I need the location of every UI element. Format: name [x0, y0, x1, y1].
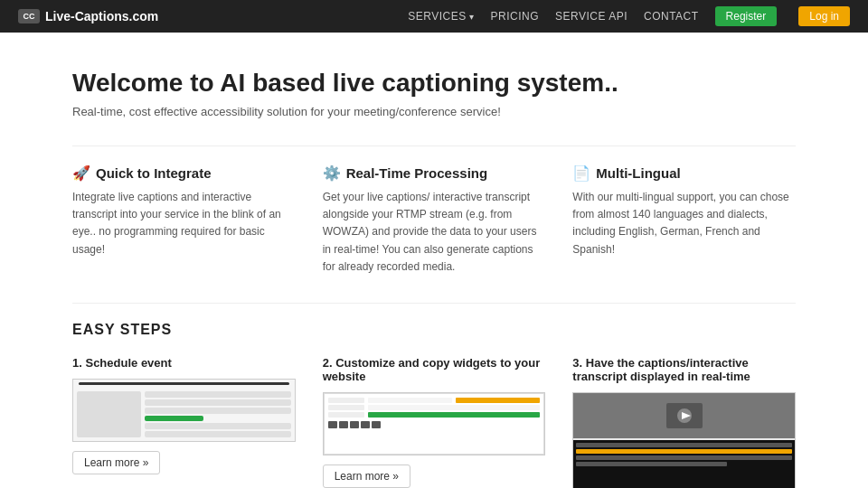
- schedule-screenshot: [73, 380, 295, 441]
- gear-icon: ⚙️: [323, 164, 341, 182]
- feature-2-title: ⚙️ Real-Time Processing: [323, 164, 546, 182]
- register-button[interactable]: Register: [715, 6, 778, 26]
- feature-2-desc: Get your live captions/ interactive tran…: [323, 189, 546, 276]
- step-3-title: 3. Have the captions/interactive transcr…: [572, 356, 796, 383]
- hero-section: Welcome to AI based live captioning syst…: [0, 33, 868, 145]
- step-3-image: [572, 392, 796, 488]
- feature-1-title: 🚀 Quick to Integrate: [72, 164, 296, 182]
- nav-service-api[interactable]: SERVICE API: [555, 10, 627, 23]
- step-1-title: 1. Schedule event: [72, 356, 296, 370]
- nav-services[interactable]: SERVICES: [408, 10, 474, 23]
- feature-realtime: ⚙️ Real-Time Processing Get your live ca…: [323, 164, 546, 276]
- feature-multilingual: 📄 Multi-Lingual With our multi-lingual s…: [572, 164, 796, 276]
- logo-icon: CC: [18, 9, 40, 23]
- transcript-screenshot: [573, 440, 795, 488]
- step-2: 2. Customize and copy widgets to your we…: [323, 356, 546, 488]
- steps-row: 1. Schedule event Learn more »: [72, 356, 796, 488]
- easy-steps-section: EASY STEPS 1. Schedule event: [0, 304, 868, 488]
- document-icon: 📄: [572, 164, 590, 182]
- nav-contact[interactable]: CONTACT: [644, 10, 699, 23]
- hero-subtitle: Real-time, cost effective accessibility …: [72, 105, 796, 118]
- login-button[interactable]: Log in: [798, 6, 850, 26]
- nav-menu: SERVICES PRICING SERVICE API CONTACT Reg…: [408, 6, 850, 26]
- easy-steps-heading: EASY STEPS: [72, 322, 796, 338]
- widget-screenshot: [324, 393, 545, 455]
- brand-name: Live-Captions.com: [45, 9, 158, 23]
- step-3: 3. Have the captions/interactive transcr…: [572, 356, 796, 488]
- step-2-learn-more[interactable]: Learn more »: [323, 465, 410, 488]
- video-screenshot: [573, 393, 795, 438]
- navbar: CC Live-Captions.com SERVICES PRICING SE…: [0, 0, 868, 33]
- hero-title: Welcome to AI based live captioning syst…: [72, 69, 796, 98]
- rocket-icon: 🚀: [72, 164, 90, 182]
- step-1-image: [72, 379, 296, 442]
- feature-quick-integrate: 🚀 Quick to Integrate Integrate live capt…: [72, 164, 296, 276]
- video-play-icon: [666, 403, 703, 428]
- features-section: 🚀 Quick to Integrate Integrate live capt…: [0, 146, 868, 303]
- step-1: 1. Schedule event Learn more »: [72, 356, 296, 488]
- feature-1-desc: Integrate live captions and interactive …: [72, 189, 296, 258]
- feature-3-title: 📄 Multi-Lingual: [572, 164, 796, 182]
- nav-pricing[interactable]: PRICING: [491, 10, 540, 23]
- step-1-learn-more[interactable]: Learn more »: [72, 451, 160, 474]
- step-2-image: [323, 392, 546, 455]
- step-2-title: 2. Customize and copy widgets to your we…: [323, 356, 546, 383]
- feature-3-desc: With our multi-lingual support, you can …: [572, 189, 796, 258]
- brand: CC Live-Captions.com: [18, 9, 158, 23]
